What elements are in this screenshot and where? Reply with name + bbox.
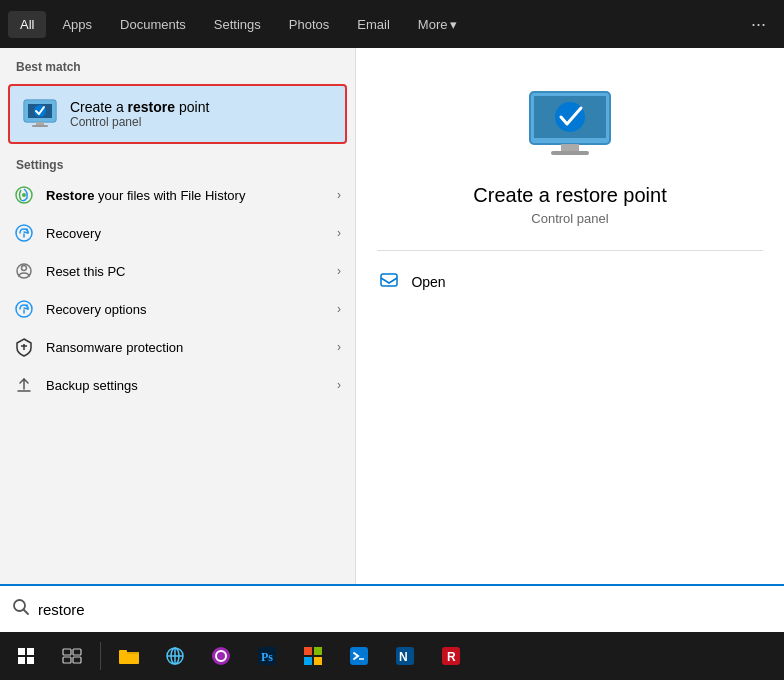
svg-rect-28	[27, 648, 34, 655]
nav-bar: All Apps Documents Settings Photos Email…	[0, 0, 784, 48]
svg-point-8	[16, 225, 32, 241]
recovery-icon	[14, 223, 34, 243]
settings-item-backup[interactable]: Backup settings ›	[0, 366, 355, 404]
svg-rect-4	[32, 125, 48, 127]
vscode-icon[interactable]	[337, 634, 381, 678]
svg-rect-34	[73, 657, 81, 663]
svg-rect-33	[63, 657, 71, 663]
svg-point-12	[16, 301, 32, 317]
svg-rect-21	[561, 144, 579, 151]
right-panel: Create a restore point Control panel Ope…	[355, 48, 784, 584]
svg-rect-49	[314, 657, 322, 665]
svg-point-42	[212, 647, 230, 665]
photoshop-icon[interactable]: Ps	[245, 634, 289, 678]
search-popup: All Apps Documents Settings Photos Email…	[0, 0, 784, 680]
settings-item-recovery-options-text: Recovery options	[46, 302, 325, 317]
search-icon	[12, 598, 30, 620]
divider	[377, 250, 762, 251]
settings-item-reset-pc-text: Reset this PC	[46, 264, 325, 279]
tab-all[interactable]: All	[8, 11, 46, 38]
svg-rect-31	[63, 649, 71, 655]
settings-item-recovery-text: Recovery	[46, 226, 325, 241]
svg-text:Ps: Ps	[261, 650, 273, 664]
svg-rect-29	[18, 657, 25, 664]
more-options-icon[interactable]: ···	[741, 8, 776, 41]
chevron-right-icon-5: ›	[337, 340, 341, 354]
best-match-label: Best match	[0, 48, 355, 80]
restore-history-icon	[14, 185, 34, 205]
settings-label: Settings	[0, 148, 355, 176]
taskview-button[interactable]	[50, 634, 94, 678]
search-input[interactable]	[38, 601, 772, 618]
svg-rect-3	[36, 122, 44, 125]
tab-documents[interactable]: Documents	[108, 11, 198, 38]
tab-photos[interactable]: Photos	[277, 11, 341, 38]
open-icon	[377, 271, 401, 293]
chevron-right-icon-4: ›	[337, 302, 341, 316]
result-subtitle: Control panel	[531, 211, 608, 226]
tab-apps[interactable]: Apps	[50, 11, 104, 38]
settings-item-ransomware[interactable]: Ransomware protection ›	[0, 328, 355, 366]
svg-text:R: R	[447, 650, 456, 664]
svg-rect-22	[551, 151, 589, 155]
svg-point-11	[22, 266, 27, 271]
browser-icon[interactable]	[153, 634, 197, 678]
tab-email[interactable]: Email	[345, 11, 402, 38]
settings-list: Restore your files with File History ›	[0, 176, 355, 404]
taskbar-divider	[100, 642, 101, 670]
svg-rect-30	[27, 657, 34, 664]
settings-item-file-history[interactable]: Restore your files with File History ›	[0, 176, 355, 214]
result-icon	[525, 88, 615, 168]
result-title: Create a restore point	[473, 184, 666, 207]
chevron-right-icon-3: ›	[337, 264, 341, 278]
best-match-text: Create a restore point Control panel	[70, 99, 209, 129]
svg-rect-32	[73, 649, 81, 655]
file-explorer-icon[interactable]	[107, 634, 151, 678]
search-bar	[0, 584, 784, 632]
tab-more[interactable]: More ▾	[406, 11, 470, 38]
app-icon-purple[interactable]	[199, 634, 243, 678]
taskbar: Ps N	[0, 632, 784, 680]
recovery-options-icon	[14, 299, 34, 319]
open-action[interactable]: Open	[377, 263, 762, 301]
chevron-right-icon: ›	[337, 188, 341, 202]
red-app-icon[interactable]: R	[429, 634, 473, 678]
settings-item-reset-pc[interactable]: Reset this PC ›	[0, 252, 355, 290]
chevron-right-icon-6: ›	[337, 378, 341, 392]
best-match-subtitle: Control panel	[70, 115, 209, 129]
tab-settings[interactable]: Settings	[202, 11, 273, 38]
svg-rect-27	[18, 648, 25, 655]
main-content: Best match	[0, 48, 784, 584]
svg-rect-48	[304, 657, 312, 665]
start-button[interactable]	[4, 634, 48, 678]
svg-rect-47	[314, 647, 322, 655]
svg-line-26	[24, 610, 29, 615]
best-match-title: Create a restore point	[70, 99, 209, 115]
best-match-item[interactable]: Create a restore point Control panel	[8, 84, 347, 144]
settings-item-recovery-options[interactable]: Recovery options ›	[0, 290, 355, 328]
reset-pc-icon	[14, 261, 34, 281]
svg-rect-46	[304, 647, 312, 655]
settings-item-ransomware-text: Ransomware protection	[46, 340, 325, 355]
open-label: Open	[411, 274, 445, 290]
control-panel-icon	[22, 96, 58, 132]
microsoft-icon[interactable]	[291, 634, 335, 678]
left-panel: Best match	[0, 48, 355, 584]
settings-item-file-history-text: Restore your files with File History	[46, 188, 325, 203]
ransomware-icon	[14, 337, 34, 357]
teams-icon[interactable]: N	[383, 634, 427, 678]
settings-item-recovery[interactable]: Recovery ›	[0, 214, 355, 252]
svg-text:N: N	[399, 650, 408, 664]
chevron-down-icon: ▾	[450, 17, 457, 32]
settings-item-backup-text: Backup settings	[46, 378, 325, 393]
svg-rect-37	[119, 650, 127, 654]
svg-point-7	[22, 193, 26, 197]
backup-icon	[14, 375, 34, 395]
chevron-right-icon-2: ›	[337, 226, 341, 240]
